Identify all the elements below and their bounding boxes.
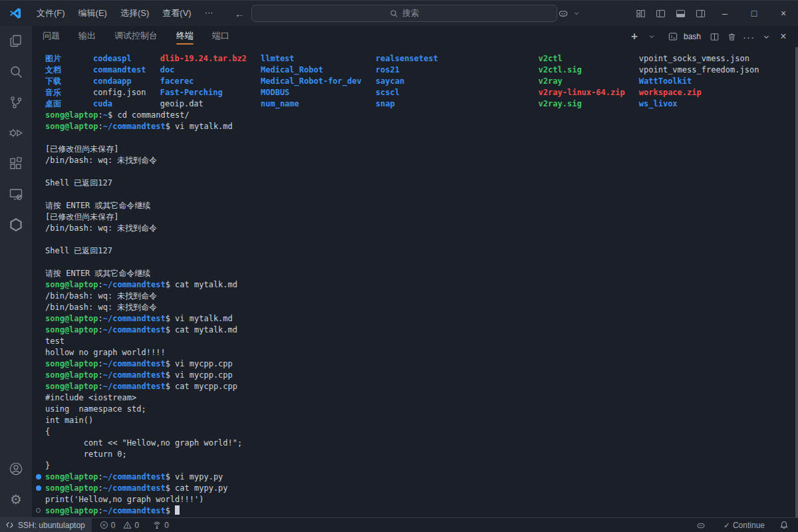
radio-tower-icon	[152, 521, 162, 530]
titlebar-right-actions: – □ ×	[553, 1, 798, 26]
copilot-status[interactable]	[692, 520, 710, 531]
terminal-line: 桌面cudageoip.datnum_namesnapv2ray.sigws_l…	[45, 98, 798, 110]
close-panel-icon[interactable]: ×	[775, 29, 791, 45]
search-icon[interactable]	[0, 57, 32, 87]
menu-edit[interactable]: 编辑(E)	[72, 4, 114, 23]
terminal-line: 文档commandtestdocMedical_Robotros21v2ctl.…	[45, 65, 798, 76]
terminal-line: return 0;	[45, 449, 798, 460]
terminal-line: song@laptop:~/commandtest$ cat mytalk.md	[45, 325, 798, 336]
terminal-line: Shell 已返回127	[45, 178, 798, 189]
error-icon	[100, 521, 108, 529]
continue-status[interactable]: ✓ Continue	[720, 521, 769, 530]
menu-selection[interactable]: 选择(S)	[114, 4, 156, 23]
terminal-cursor	[175, 505, 180, 515]
terminal-line: cont << "Hellow,no graph world!";	[45, 438, 798, 449]
remote-explorer-icon[interactable]	[0, 179, 32, 209]
extensions-icon[interactable]	[0, 148, 32, 179]
tab-ports[interactable]: 端口	[212, 26, 229, 47]
tab-output[interactable]: 输出	[78, 26, 96, 47]
tab-debug-console[interactable]: 调试控制台	[114, 26, 158, 47]
title-bar: 文件(F)编辑(E)选择(S)查看(V)··· ← → 搜索	[0, 1, 798, 26]
menu-view[interactable]: 查看(V)	[156, 4, 198, 23]
source-control-icon[interactable]	[0, 87, 32, 118]
check-icon: ✓	[724, 521, 730, 530]
errors-count: 0	[111, 521, 116, 530]
settings-icon[interactable]: ⚙	[0, 484, 32, 515]
terminal-line: Shell 已返回127	[45, 245, 798, 257]
tab-problems[interactable]: 问题	[43, 26, 60, 47]
status-bar: SSH: ubuntulaptop 0 0 0	[0, 517, 798, 532]
terminal-line: hollow no graph world!!!!	[45, 347, 798, 358]
remote-icon	[5, 521, 14, 529]
terminal-line: 图片codeaspldlib-19.24.tar.bz2llmtestreals…	[45, 53, 798, 65]
copilot-menu[interactable]	[553, 4, 580, 23]
notifications-bell[interactable]	[775, 521, 793, 530]
hexagon-extension-icon[interactable]	[0, 209, 32, 240]
ports-count: 0	[164, 521, 169, 530]
terminal-line: song@laptop:~$ cd commandtest/	[45, 110, 798, 121]
terminal-line: test	[45, 336, 798, 347]
command-decoration-icon[interactable]	[36, 474, 41, 479]
terminal-line	[45, 189, 798, 200]
terminal-output[interactable]: 图片codeaspldlib-19.24.tar.bz2llmtestreals…	[32, 47, 798, 517]
minimize-button[interactable]: –	[710, 1, 739, 26]
search-icon	[390, 9, 398, 18]
terminal-line: 下载condaappfacerecMedical_Robot-for_devsa…	[45, 76, 798, 87]
toggle-primary-sidebar-icon[interactable]	[650, 4, 670, 23]
chevron-down-icon	[573, 10, 580, 17]
terminal-line: song@laptop:~/commandtest$ vi mypy.py	[45, 471, 798, 483]
bash-terminal-icon[interactable]	[665, 29, 681, 45]
customize-layout-icon[interactable]	[630, 4, 650, 23]
maximize-button[interactable]: □	[739, 1, 769, 26]
terminal-line: }	[45, 460, 798, 471]
close-window-button[interactable]: ×	[769, 1, 798, 26]
vscode-window: 文件(F)编辑(E)选择(S)查看(V)··· ← → 搜索	[0, 0, 798, 532]
terminal-line: /bin/bash: wq: 未找到命令	[45, 155, 798, 166]
terminal-profile-chevron-icon[interactable]	[644, 29, 660, 45]
terminal-line: song@laptop:~/commandtest$ vi mycpp.cpp	[45, 358, 798, 370]
explorer-icon[interactable]	[0, 26, 32, 57]
search-input[interactable]: 搜索	[251, 5, 557, 22]
more-actions-icon[interactable]: ···	[741, 29, 757, 45]
terminal-line: using namespace std;	[45, 404, 798, 415]
ports-indicator[interactable]: 0	[148, 521, 173, 530]
command-decoration-icon[interactable]	[36, 485, 41, 491]
kill-terminal-trash-icon[interactable]	[724, 29, 739, 45]
terminal-line: /bin/bash: wq: 未找到命令	[45, 302, 798, 313]
errors-indicator[interactable]: 0	[96, 521, 120, 530]
accounts-icon[interactable]	[0, 454, 32, 484]
terminal-line: /bin/bash: wq: 未找到命令	[45, 291, 798, 302]
warning-icon	[123, 521, 132, 529]
panel: 问题输出调试控制台终端端口 + bash	[32, 26, 798, 517]
panel-tabs: 问题输出调试控制台终端端口	[43, 26, 248, 47]
new-terminal-button[interactable]: +	[626, 29, 642, 45]
terminal-line: int main()	[45, 415, 798, 426]
terminal-line: song@laptop:~/commandtest$ vi mytalk.md	[45, 121, 798, 132]
terminal-line: print('Hellow,no graph world!!!')	[45, 494, 798, 505]
copilot-icon	[696, 520, 706, 531]
terminal-line: #include <iostream>	[45, 392, 798, 404]
terminal-line: /bin/bash: wq: 未找到命令	[45, 223, 798, 234]
run-debug-icon[interactable]	[0, 118, 32, 148]
terminal-line	[45, 257, 798, 268]
terminal-line: song@laptop:~/commandtest$ cat mytalk.md	[45, 279, 798, 291]
back-arrow-icon[interactable]: ←	[235, 8, 245, 19]
terminal-line: {	[45, 426, 798, 438]
toggle-panel-icon[interactable]	[670, 4, 690, 23]
tab-terminal[interactable]: 终端	[176, 26, 194, 47]
prompt-decoration-icon[interactable]	[36, 508, 41, 513]
remote-indicator[interactable]: SSH: ubuntulaptop	[0, 518, 92, 532]
terminal-line	[45, 166, 798, 178]
panel-header: 问题输出调试控制台终端端口 + bash	[32, 26, 798, 47]
menu-file[interactable]: 文件(F)	[30, 4, 72, 23]
terminal-line: song@laptop:~/commandtest$	[45, 505, 798, 517]
maximize-panel-chevron-icon[interactable]	[758, 29, 774, 45]
menu-more[interactable]: ···	[198, 4, 220, 23]
warnings-indicator[interactable]: 0	[119, 521, 143, 530]
continue-label: Continue	[733, 521, 765, 530]
terminal-line: song@laptop:~/commandtest$ cat mycpp.cpp	[45, 381, 798, 392]
shell-label[interactable]: bash	[684, 32, 701, 41]
split-terminal-icon[interactable]	[706, 29, 722, 45]
terminal-scrollbar[interactable]	[795, 47, 798, 517]
toggle-secondary-sidebar-icon[interactable]	[690, 4, 710, 23]
